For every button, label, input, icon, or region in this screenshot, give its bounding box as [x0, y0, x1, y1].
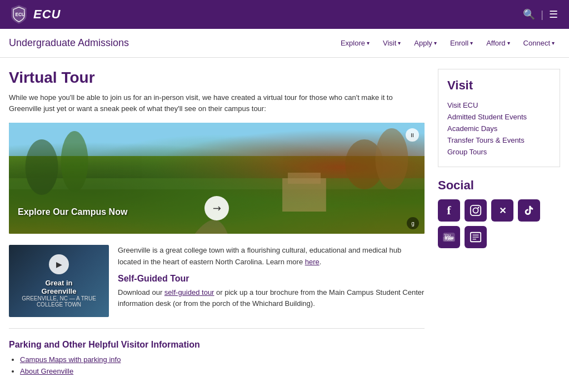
sidebar-social: Social f ✕ — [438, 178, 560, 248]
campus-maps-link[interactable]: Campus Maps with parking info — [20, 355, 121, 364]
news-icon[interactable] — [465, 226, 487, 248]
chevron-down-icon: ▾ — [398, 40, 401, 46]
page-title: Virtual Tour — [9, 69, 425, 87]
svg-point-4 — [61, 131, 88, 192]
site-title: Undergraduate Admissions — [9, 37, 335, 49]
logo-text: ECU — [33, 7, 61, 22]
chevron-down-icon: ▾ — [507, 40, 510, 46]
svg-rect-11 — [471, 205, 481, 215]
video-tagline: GREENVILLE, NC — A TRUE COLLEGE TOWN — [9, 295, 109, 308]
pause-icon: ⏸ — [410, 132, 415, 138]
sidebar: Visit Visit ECU Admitted Student Events … — [438, 69, 560, 379]
menu-button[interactable]: ☰ — [547, 6, 560, 23]
sidebar-link-academic-days[interactable]: Academic Days — [447, 123, 551, 134]
main-container: Virtual Tour While we hope you'll be abl… — [0, 58, 569, 390]
facebook-icon[interactable]: f — [438, 199, 460, 222]
nav-item-afford[interactable]: Afford ▾ — [481, 36, 515, 51]
greenville-description: Greenville is a great college town with … — [118, 245, 425, 268]
about-greenville-link[interactable]: About Greenville — [20, 367, 73, 375]
greenville-text-area: Greenville is a great college town with … — [118, 245, 425, 317]
pause-button[interactable]: ⏸ — [406, 128, 419, 142]
greenville-section: ▶ Great in Greenville GREENVILLE, NC — A… — [9, 245, 425, 329]
nav-item-enroll[interactable]: Enroll ▾ — [445, 36, 478, 51]
sidebar-social-title: Social — [438, 178, 560, 193]
sidebar-link-group-tours[interactable]: Group Tours — [447, 146, 551, 158]
chevron-down-icon: ▾ — [470, 40, 473, 46]
svg-point-13 — [478, 207, 480, 209]
nav-menu: Explore ▾ Visit ▾ Apply ▾ Enroll ▾ Affor… — [335, 36, 560, 51]
nav-item-explore[interactable]: Explore ▾ — [335, 36, 375, 51]
chevron-down-icon: ▾ — [434, 40, 437, 46]
x-twitter-icon[interactable]: ✕ — [491, 199, 513, 222]
content-area: Virtual Tour While we hope you'll be abl… — [9, 69, 425, 379]
sidebar-link-admitted-events[interactable]: Admitted Student Events — [447, 111, 551, 123]
tour-badge: g — [407, 217, 419, 229]
ecu-shield-icon: ECU — [9, 4, 29, 24]
svg-point-12 — [473, 208, 478, 213]
nav-item-connect[interactable]: Connect ▾ — [518, 36, 560, 51]
self-guided-tour-link[interactable]: self-guided tour — [164, 288, 214, 296]
self-guided-description: Download our self-guided tour or pick up… — [118, 287, 425, 310]
greenville-video: ▶ Great in Greenville GREENVILLE, NC — A… — [9, 245, 109, 317]
chevron-down-icon: ▾ — [367, 40, 370, 46]
top-header: ECU ECU 🔍 | ☰ — [0, 0, 569, 29]
video-title: Great in Greenville — [42, 279, 77, 295]
expand-icon: ↗ — [209, 201, 224, 215]
header-icons: 🔍 | ☰ — [521, 6, 560, 23]
sidebar-link-transfer-tours[interactable]: Transfer Tours & Events — [447, 134, 551, 146]
tiktok-icon[interactable] — [518, 199, 540, 222]
nav-bar: Undergraduate Admissions Explore ▾ Visit… — [0, 29, 569, 58]
self-guided-title: Self-Guided Tour — [118, 274, 425, 284]
social-icons-row-1: f ✕ — [438, 199, 560, 222]
svg-text:ECU: ECU — [15, 12, 24, 17]
parking-section: Parking and Other Helpful Visitor Inform… — [9, 340, 425, 375]
sidebar-visit-box: Visit Visit ECU Admitted Student Events … — [438, 69, 560, 167]
social-icons-row-2: You You You Tube — [438, 226, 560, 248]
list-item: Campus Maps with parking info — [20, 355, 425, 364]
nav-item-apply[interactable]: Apply ▾ — [408, 36, 442, 51]
nav-item-visit[interactable]: Visit ▾ — [377, 36, 406, 51]
chevron-down-icon: ▾ — [552, 40, 555, 46]
list-item: About Greenville — [20, 367, 425, 375]
parking-list: Campus Maps with parking info About Gree… — [9, 355, 425, 375]
instagram-icon[interactable] — [465, 199, 487, 222]
expand-button[interactable]: ↗ — [204, 196, 229, 220]
sidebar-visit-title: Visit — [447, 78, 551, 93]
search-button[interactable]: 🔍 — [521, 6, 537, 23]
sidebar-link-visit-ecu[interactable]: Visit ECU — [447, 99, 551, 111]
logo-area: ECU ECU — [9, 4, 61, 24]
here-link[interactable]: here — [305, 258, 320, 266]
svg-point-3 — [26, 139, 58, 195]
svg-point-6 — [375, 128, 408, 189]
page-intro: While we hope you'll be able to join us … — [9, 92, 425, 114]
virtual-tour-image: ⏸ Explore Our Campus Now ↗ g — [9, 123, 425, 234]
virtual-tour-overlay-text: Explore Our Campus Now — [18, 207, 127, 217]
parking-title: Parking and Other Helpful Visitor Inform… — [9, 340, 425, 350]
svg-rect-8 — [288, 173, 321, 184]
svg-text:Tube: Tube — [444, 237, 453, 242]
play-button[interactable]: ▶ — [49, 254, 69, 274]
play-icon: ▶ — [56, 260, 62, 269]
youtube-icon[interactable]: You You You Tube — [438, 226, 460, 248]
